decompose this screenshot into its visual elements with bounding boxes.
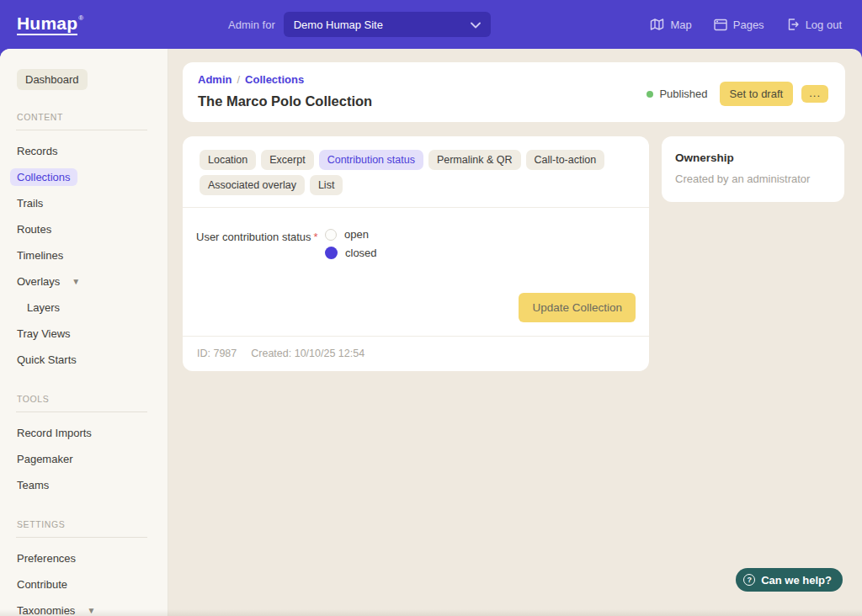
- logout-link[interactable]: Log out: [786, 18, 842, 31]
- sidebar-item-layers[interactable]: Layers: [0, 295, 168, 320]
- sidebar-item-quick-starts[interactable]: Quick Starts: [0, 348, 168, 372]
- sidebar: Dashboard CONTENT Records Collections Tr…: [0, 49, 168, 616]
- editor-tabs: Location Excerpt Contribution status Per…: [183, 136, 649, 208]
- sidebar-heading-content: CONTENT: [17, 112, 149, 122]
- help-button[interactable]: ? Can we help?: [736, 568, 843, 592]
- field-label: User contribution status*: [196, 228, 325, 259]
- site-selector[interactable]: Demo Humap Site: [284, 12, 491, 37]
- required-mark: *: [314, 231, 318, 243]
- breadcrumb-separator: /: [237, 73, 240, 86]
- tab-contribution-status[interactable]: Contribution status: [319, 150, 423, 170]
- chevron-down-icon: ▼: [72, 278, 80, 286]
- sidebar-item-pagemaker[interactable]: Pagemaker: [0, 447, 168, 471]
- contribution-status-form: User contribution status* open closed: [183, 208, 649, 336]
- logout-icon: [786, 18, 800, 31]
- sidebar-item-collections[interactable]: Collections: [0, 165, 168, 189]
- ownership-heading: Ownership: [675, 151, 831, 164]
- tab-call-to-action[interactable]: Call-to-action: [526, 150, 605, 170]
- divider: [16, 537, 147, 538]
- radio-option-closed[interactable]: closed: [325, 247, 377, 259]
- admin-for-group: Admin for Demo Humap Site: [228, 12, 491, 37]
- sidebar-item-trails[interactable]: Trails: [0, 191, 168, 215]
- radio-group: open closed: [325, 228, 377, 259]
- sidebar-item-teams[interactable]: Teams: [0, 473, 168, 497]
- editor-meta: ID: 7987 Created: 10/10/25 12:54: [183, 336, 649, 371]
- radio-unchecked-icon[interactable]: [325, 229, 337, 241]
- sidebar-item-tray-views[interactable]: Tray Views: [0, 321, 168, 346]
- tab-list[interactable]: List: [310, 175, 343, 195]
- page-header-actions: Published Set to draft ...: [646, 82, 828, 106]
- question-circle-icon: ?: [743, 574, 755, 586]
- content-row: Location Excerpt Contribution status Per…: [183, 136, 845, 371]
- record-created: Created: 10/10/25 12:54: [251, 348, 364, 359]
- page-title: The Marco Polo Collection: [198, 93, 372, 109]
- ownership-body: Created by an administrator: [675, 173, 831, 185]
- sidebar-item-overlays[interactable]: Overlays▼: [0, 269, 168, 294]
- sidebar-heading-settings: SETTINGS: [17, 519, 149, 529]
- page-header-card: Admin / Collections The Marco Polo Colle…: [183, 62, 845, 122]
- sidebar-item-contribute[interactable]: Contribute: [0, 572, 168, 597]
- page-header-left: Admin / Collections The Marco Polo Colle…: [198, 73, 372, 109]
- sidebar-item-dashboard[interactable]: Dashboard: [17, 69, 88, 90]
- logo-text: Humap: [17, 13, 77, 35]
- sidebar-item-record-imports[interactable]: Record Imports: [0, 421, 168, 445]
- content-shell: Dashboard CONTENT Records Collections Tr…: [0, 49, 862, 616]
- field-row: User contribution status* open closed: [196, 228, 636, 259]
- collection-editor-card: Location Excerpt Contribution status Per…: [183, 136, 649, 371]
- sidebar-heading-tools: TOOLS: [17, 394, 149, 404]
- map-link[interactable]: Map: [650, 18, 691, 31]
- map-icon: [650, 18, 664, 31]
- sidebar-item-routes[interactable]: Routes: [0, 217, 168, 242]
- record-id: ID: 7987: [197, 348, 237, 359]
- sidebar-item-timelines[interactable]: Timelines: [0, 243, 168, 268]
- breadcrumb-admin[interactable]: Admin: [198, 73, 231, 86]
- pages-link[interactable]: Pages: [714, 19, 764, 31]
- ownership-card: Ownership Created by an administrator: [662, 136, 844, 202]
- chevron-down-icon: [471, 17, 481, 32]
- help-button-label: Can we help?: [761, 574, 832, 587]
- humap-logo[interactable]: Humap ®: [17, 13, 83, 35]
- breadcrumb-collections[interactable]: Collections: [245, 73, 304, 86]
- tab-excerpt[interactable]: Excerpt: [261, 150, 313, 170]
- chevron-down-icon: ▼: [87, 607, 95, 615]
- sidebar-item-records[interactable]: Records: [0, 139, 168, 163]
- pages-label: Pages: [733, 19, 764, 31]
- sidebar-item-preferences[interactable]: Preferences: [0, 546, 168, 571]
- admin-for-label: Admin for: [228, 19, 275, 31]
- map-label: Map: [670, 19, 691, 31]
- update-collection-button[interactable]: Update Collection: [519, 293, 636, 322]
- divider: [16, 412, 147, 412]
- main-area: Admin / Collections The Marco Polo Colle…: [168, 49, 862, 616]
- divider: [16, 130, 147, 130]
- radio-option-open[interactable]: open: [325, 228, 377, 241]
- status-badge: Published: [646, 88, 707, 100]
- tab-permalink-qr[interactable]: Permalink & QR: [428, 150, 521, 170]
- submit-row: Update Collection: [196, 293, 636, 322]
- breadcrumb: Admin / Collections: [198, 73, 372, 86]
- radio-checked-icon[interactable]: [325, 247, 338, 259]
- set-to-draft-button[interactable]: Set to draft: [720, 82, 794, 106]
- sidebar-item-taxonomies[interactable]: Taxonomies▼: [0, 598, 168, 616]
- site-selector-value: Demo Humap Site: [294, 19, 383, 31]
- logout-label: Log out: [806, 19, 842, 31]
- published-dot-icon: [646, 91, 653, 98]
- tab-location[interactable]: Location: [200, 150, 256, 170]
- status-label: Published: [659, 88, 707, 100]
- registered-mark: ®: [78, 14, 83, 22]
- more-actions-button[interactable]: ...: [801, 85, 828, 103]
- topbar: Humap ® Admin for Demo Humap Site Map Pa…: [0, 0, 862, 49]
- tab-associated-overlay[interactable]: Associated overlay: [200, 175, 305, 195]
- topnav: Map Pages Log out: [650, 18, 842, 31]
- pages-icon: [714, 19, 727, 31]
